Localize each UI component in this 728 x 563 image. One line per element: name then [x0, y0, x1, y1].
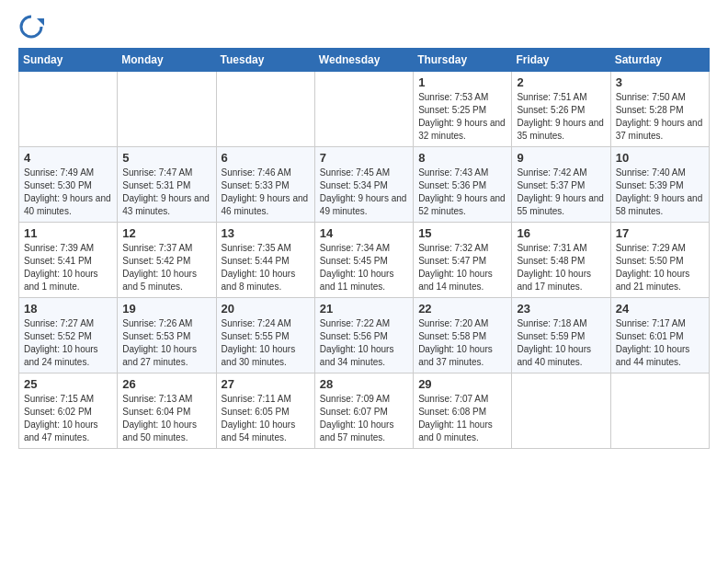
- cell-info: Sunrise: 7:50 AM Sunset: 5:28 PM Dayligh…: [616, 91, 704, 143]
- calendar-cell: 10Sunrise: 7:40 AM Sunset: 5:39 PM Dayli…: [610, 147, 709, 223]
- day-number: 4: [24, 151, 112, 165]
- calendar-cell: 5Sunrise: 7:47 AM Sunset: 5:31 PM Daylig…: [118, 147, 216, 223]
- day-number: 21: [320, 302, 408, 316]
- weekday-header-tuesday: Tuesday: [216, 49, 314, 72]
- cell-info: Sunrise: 7:27 AM Sunset: 5:52 PM Dayligh…: [24, 317, 112, 369]
- logo: [18, 15, 48, 40]
- calendar-cell: 12Sunrise: 7:37 AM Sunset: 5:42 PM Dayli…: [118, 223, 216, 298]
- cell-info: Sunrise: 7:37 AM Sunset: 5:42 PM Dayligh…: [122, 242, 210, 293]
- cell-info: Sunrise: 7:53 AM Sunset: 5:25 PM Dayligh…: [418, 91, 506, 143]
- day-number: 11: [24, 226, 112, 240]
- cell-info: Sunrise: 7:15 AM Sunset: 6:02 PM Dayligh…: [24, 393, 112, 444]
- calendar-cell: 20Sunrise: 7:24 AM Sunset: 5:55 PM Dayli…: [216, 298, 314, 373]
- day-number: 17: [616, 226, 704, 240]
- day-number: 10: [616, 151, 704, 165]
- cell-info: Sunrise: 7:07 AM Sunset: 6:08 PM Dayligh…: [418, 393, 506, 444]
- calendar-cell: 14Sunrise: 7:34 AM Sunset: 5:45 PM Dayli…: [314, 223, 413, 298]
- weekday-header-friday: Friday: [512, 49, 610, 72]
- day-number: 26: [122, 377, 210, 391]
- day-number: 25: [24, 377, 112, 391]
- cell-info: Sunrise: 7:18 AM Sunset: 5:59 PM Dayligh…: [517, 317, 605, 369]
- cell-info: Sunrise: 7:43 AM Sunset: 5:36 PM Dayligh…: [418, 167, 506, 218]
- calendar-cell: 13Sunrise: 7:35 AM Sunset: 5:44 PM Dayli…: [216, 223, 314, 298]
- cell-info: Sunrise: 7:26 AM Sunset: 5:53 PM Dayligh…: [122, 317, 210, 369]
- cell-info: Sunrise: 7:40 AM Sunset: 5:39 PM Dayligh…: [616, 167, 704, 218]
- page-wrapper: SundayMondayTuesdayWednesdayThursdayFrid…: [18, 15, 710, 449]
- calendar-cell: 15Sunrise: 7:32 AM Sunset: 5:47 PM Dayli…: [414, 223, 512, 298]
- cell-info: Sunrise: 7:09 AM Sunset: 6:07 PM Dayligh…: [320, 393, 408, 444]
- calendar-cell: 19Sunrise: 7:26 AM Sunset: 5:53 PM Dayli…: [118, 298, 216, 373]
- calendar-cell: 11Sunrise: 7:39 AM Sunset: 5:41 PM Dayli…: [19, 223, 118, 298]
- day-number: 27: [222, 377, 310, 391]
- day-number: 12: [122, 226, 210, 240]
- day-number: 2: [517, 75, 605, 89]
- day-number: 14: [320, 226, 408, 240]
- cell-info: Sunrise: 7:46 AM Sunset: 5:33 PM Dayligh…: [222, 167, 310, 218]
- day-number: 18: [24, 302, 112, 316]
- day-number: 19: [122, 302, 210, 316]
- day-number: 9: [517, 151, 605, 165]
- day-number: 15: [418, 226, 506, 240]
- calendar-week-row: 11Sunrise: 7:39 AM Sunset: 5:41 PM Dayli…: [19, 223, 710, 298]
- calendar-cell: [19, 72, 118, 147]
- calendar-week-row: 4Sunrise: 7:49 AM Sunset: 5:30 PM Daylig…: [19, 147, 710, 223]
- cell-info: Sunrise: 7:13 AM Sunset: 6:04 PM Dayligh…: [122, 393, 210, 444]
- calendar-cell: 21Sunrise: 7:22 AM Sunset: 5:56 PM Dayli…: [314, 298, 413, 373]
- calendar-cell: 8Sunrise: 7:43 AM Sunset: 5:36 PM Daylig…: [414, 147, 512, 223]
- calendar-cell: 26Sunrise: 7:13 AM Sunset: 6:04 PM Dayli…: [118, 373, 216, 449]
- calendar-week-row: 18Sunrise: 7:27 AM Sunset: 5:52 PM Dayli…: [19, 298, 710, 373]
- day-number: 5: [122, 151, 210, 165]
- day-number: 24: [616, 302, 704, 316]
- cell-info: Sunrise: 7:17 AM Sunset: 6:01 PM Dayligh…: [616, 317, 704, 369]
- cell-info: Sunrise: 7:42 AM Sunset: 5:37 PM Dayligh…: [517, 167, 605, 218]
- day-number: 20: [222, 302, 310, 316]
- weekday-header-saturday: Saturday: [610, 49, 709, 72]
- weekday-header-thursday: Thursday: [414, 49, 512, 72]
- calendar-cell: 18Sunrise: 7:27 AM Sunset: 5:52 PM Dayli…: [19, 298, 118, 373]
- cell-info: Sunrise: 7:24 AM Sunset: 5:55 PM Dayligh…: [222, 317, 310, 369]
- calendar-table: SundayMondayTuesdayWednesdayThursdayFrid…: [18, 48, 710, 449]
- cell-info: Sunrise: 7:32 AM Sunset: 5:47 PM Dayligh…: [418, 242, 506, 293]
- cell-info: Sunrise: 7:35 AM Sunset: 5:44 PM Dayligh…: [222, 242, 310, 293]
- weekday-header-wednesday: Wednesday: [314, 49, 413, 72]
- calendar-cell: [118, 72, 216, 147]
- calendar-week-row: 1Sunrise: 7:53 AM Sunset: 5:25 PM Daylig…: [19, 72, 710, 147]
- calendar-cell: [216, 72, 314, 147]
- day-number: 8: [418, 151, 506, 165]
- weekday-header-sunday: Sunday: [19, 49, 118, 72]
- day-number: 28: [320, 377, 408, 391]
- calendar-cell: 23Sunrise: 7:18 AM Sunset: 5:59 PM Dayli…: [512, 298, 610, 373]
- calendar-cell: [610, 373, 709, 449]
- calendar-cell: [512, 373, 610, 449]
- cell-info: Sunrise: 7:34 AM Sunset: 5:45 PM Dayligh…: [320, 242, 408, 293]
- cell-info: Sunrise: 7:31 AM Sunset: 5:48 PM Dayligh…: [517, 242, 605, 293]
- cell-info: Sunrise: 7:51 AM Sunset: 5:26 PM Dayligh…: [517, 91, 605, 143]
- day-number: 13: [222, 226, 310, 240]
- cell-info: Sunrise: 7:11 AM Sunset: 6:05 PM Dayligh…: [222, 393, 310, 444]
- cell-info: Sunrise: 7:29 AM Sunset: 5:50 PM Dayligh…: [616, 242, 704, 293]
- weekday-header-row: SundayMondayTuesdayWednesdayThursdayFrid…: [19, 49, 710, 72]
- day-number: 7: [320, 151, 408, 165]
- calendar-cell: 16Sunrise: 7:31 AM Sunset: 5:48 PM Dayli…: [512, 223, 610, 298]
- cell-info: Sunrise: 7:45 AM Sunset: 5:34 PM Dayligh…: [320, 167, 408, 218]
- header: [18, 15, 710, 40]
- cell-info: Sunrise: 7:20 AM Sunset: 5:58 PM Dayligh…: [418, 317, 506, 369]
- calendar-cell: 22Sunrise: 7:20 AM Sunset: 5:58 PM Dayli…: [414, 298, 512, 373]
- day-number: 23: [517, 302, 605, 316]
- calendar-cell: 7Sunrise: 7:45 AM Sunset: 5:34 PM Daylig…: [314, 147, 413, 223]
- cell-info: Sunrise: 7:49 AM Sunset: 5:30 PM Dayligh…: [24, 167, 112, 218]
- day-number: 6: [222, 151, 310, 165]
- calendar-cell: 6Sunrise: 7:46 AM Sunset: 5:33 PM Daylig…: [216, 147, 314, 223]
- day-number: 3: [616, 75, 704, 89]
- day-number: 16: [517, 226, 605, 240]
- cell-info: Sunrise: 7:22 AM Sunset: 5:56 PM Dayligh…: [320, 317, 408, 369]
- calendar-cell: 17Sunrise: 7:29 AM Sunset: 5:50 PM Dayli…: [610, 223, 709, 298]
- calendar-cell: [314, 72, 413, 147]
- calendar-cell: 3Sunrise: 7:50 AM Sunset: 5:28 PM Daylig…: [610, 72, 709, 147]
- day-number: 29: [418, 377, 506, 391]
- calendar-cell: 2Sunrise: 7:51 AM Sunset: 5:26 PM Daylig…: [512, 72, 610, 147]
- calendar-cell: 28Sunrise: 7:09 AM Sunset: 6:07 PM Dayli…: [314, 373, 413, 449]
- calendar-cell: 1Sunrise: 7:53 AM Sunset: 5:25 PM Daylig…: [414, 72, 512, 147]
- cell-info: Sunrise: 7:47 AM Sunset: 5:31 PM Dayligh…: [122, 167, 210, 218]
- calendar-cell: 25Sunrise: 7:15 AM Sunset: 6:02 PM Dayli…: [19, 373, 118, 449]
